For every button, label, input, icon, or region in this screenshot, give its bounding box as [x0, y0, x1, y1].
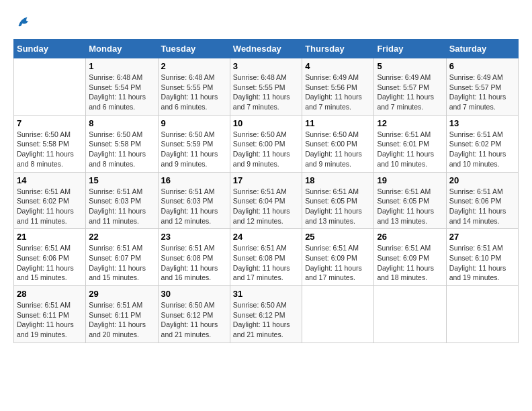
- calendar-cell: 24 Sunrise: 6:51 AM Sunset: 6:08 PM Dayl…: [230, 229, 302, 286]
- day-info: Sunrise: 6:51 AM Sunset: 6:09 PM Dayligh…: [377, 243, 443, 283]
- day-number: 6: [449, 61, 515, 71]
- calendar-cell: 16 Sunrise: 6:51 AM Sunset: 6:03 PM Dayl…: [158, 172, 230, 229]
- day-info: Sunrise: 6:51 AM Sunset: 6:07 PM Dayligh…: [89, 243, 154, 283]
- page-header: [13, 13, 519, 32]
- day-number: 25: [305, 232, 371, 242]
- day-info: Sunrise: 6:51 AM Sunset: 6:10 PM Dayligh…: [449, 243, 515, 283]
- logo-icon: [13, 13, 32, 32]
- day-number: 1: [89, 61, 154, 71]
- calendar-cell: 17 Sunrise: 6:51 AM Sunset: 6:04 PM Dayl…: [230, 172, 302, 229]
- day-number: 20: [449, 175, 515, 185]
- calendar-cell: [446, 286, 518, 343]
- day-info: Sunrise: 6:48 AM Sunset: 5:54 PM Dayligh…: [89, 73, 154, 112]
- day-info: Sunrise: 6:51 AM Sunset: 6:01 PM Dayligh…: [377, 130, 443, 169]
- day-number: 27: [449, 232, 515, 242]
- day-number: 10: [233, 118, 299, 128]
- day-number: 11: [305, 118, 371, 128]
- calendar-cell: 28 Sunrise: 6:51 AM Sunset: 6:11 PM Dayl…: [14, 286, 86, 343]
- calendar-cell: 10 Sunrise: 6:50 AM Sunset: 6:00 PM Dayl…: [230, 115, 302, 172]
- day-number: 21: [17, 232, 83, 242]
- day-info: Sunrise: 6:50 AM Sunset: 6:00 PM Dayligh…: [305, 130, 371, 169]
- day-number: 16: [161, 175, 227, 185]
- day-number: 8: [89, 118, 154, 128]
- calendar-cell: 18 Sunrise: 6:51 AM Sunset: 6:05 PM Dayl…: [302, 172, 374, 229]
- calendar-cell: [14, 58, 86, 116]
- day-number: 24: [233, 232, 299, 242]
- calendar-cell: 30 Sunrise: 6:50 AM Sunset: 6:12 PM Dayl…: [158, 286, 230, 343]
- calendar-week-row: 21 Sunrise: 6:51 AM Sunset: 6:06 PM Dayl…: [14, 229, 519, 286]
- calendar-cell: 23 Sunrise: 6:51 AM Sunset: 6:08 PM Dayl…: [158, 229, 230, 286]
- day-info: Sunrise: 6:49 AM Sunset: 5:57 PM Dayligh…: [449, 73, 515, 112]
- calendar-week-row: 1 Sunrise: 6:48 AM Sunset: 5:54 PM Dayli…: [14, 58, 519, 116]
- day-number: 3: [233, 61, 299, 71]
- day-info: Sunrise: 6:48 AM Sunset: 5:55 PM Dayligh…: [233, 73, 299, 112]
- weekday-header: Monday: [86, 40, 158, 58]
- day-number: 5: [377, 61, 443, 71]
- day-number: 23: [161, 232, 227, 242]
- day-info: Sunrise: 6:51 AM Sunset: 6:02 PM Dayligh…: [449, 130, 515, 169]
- day-info: Sunrise: 6:51 AM Sunset: 6:11 PM Dayligh…: [89, 300, 154, 340]
- day-info: Sunrise: 6:51 AM Sunset: 6:05 PM Dayligh…: [305, 187, 371, 226]
- day-number: 17: [233, 175, 299, 185]
- day-info: Sunrise: 6:50 AM Sunset: 6:12 PM Dayligh…: [161, 300, 227, 340]
- day-number: 22: [89, 232, 154, 242]
- calendar-cell: 26 Sunrise: 6:51 AM Sunset: 6:09 PM Dayl…: [374, 229, 446, 286]
- day-number: 26: [377, 232, 443, 242]
- weekday-header: Thursday: [302, 40, 374, 58]
- weekday-header: Saturday: [446, 40, 518, 58]
- day-info: Sunrise: 6:51 AM Sunset: 6:08 PM Dayligh…: [161, 243, 227, 283]
- day-info: Sunrise: 6:50 AM Sunset: 5:59 PM Dayligh…: [161, 130, 227, 169]
- calendar-cell: 7 Sunrise: 6:50 AM Sunset: 5:58 PM Dayli…: [14, 115, 86, 172]
- weekday-header: Friday: [374, 40, 446, 58]
- day-info: Sunrise: 6:51 AM Sunset: 6:03 PM Dayligh…: [161, 187, 227, 226]
- day-number: 15: [89, 175, 154, 185]
- calendar-cell: 22 Sunrise: 6:51 AM Sunset: 6:07 PM Dayl…: [86, 229, 158, 286]
- day-number: 30: [161, 289, 227, 299]
- calendar-cell: 8 Sunrise: 6:50 AM Sunset: 5:58 PM Dayli…: [86, 115, 158, 172]
- calendar-cell: 29 Sunrise: 6:51 AM Sunset: 6:11 PM Dayl…: [86, 286, 158, 343]
- calendar-week-row: 28 Sunrise: 6:51 AM Sunset: 6:11 PM Dayl…: [14, 286, 519, 343]
- calendar-cell: 19 Sunrise: 6:51 AM Sunset: 6:05 PM Dayl…: [374, 172, 446, 229]
- calendar-cell: 9 Sunrise: 6:50 AM Sunset: 5:59 PM Dayli…: [158, 115, 230, 172]
- day-info: Sunrise: 6:51 AM Sunset: 6:09 PM Dayligh…: [305, 243, 371, 283]
- day-info: Sunrise: 6:51 AM Sunset: 6:08 PM Dayligh…: [233, 243, 299, 283]
- calendar-cell: 25 Sunrise: 6:51 AM Sunset: 6:09 PM Dayl…: [302, 229, 374, 286]
- calendar-cell: 3 Sunrise: 6:48 AM Sunset: 5:55 PM Dayli…: [230, 58, 302, 116]
- day-info: Sunrise: 6:49 AM Sunset: 5:57 PM Dayligh…: [377, 73, 443, 112]
- weekday-header: Sunday: [14, 40, 86, 58]
- day-number: 19: [377, 175, 443, 185]
- weekday-header: Tuesday: [158, 40, 230, 58]
- day-number: 2: [161, 61, 227, 71]
- day-info: Sunrise: 6:51 AM Sunset: 6:05 PM Dayligh…: [377, 187, 443, 226]
- calendar-cell: 11 Sunrise: 6:50 AM Sunset: 6:00 PM Dayl…: [302, 115, 374, 172]
- day-info: Sunrise: 6:51 AM Sunset: 6:11 PM Dayligh…: [17, 300, 83, 340]
- day-number: 29: [89, 289, 154, 299]
- day-number: 13: [449, 118, 515, 128]
- calendar-cell: 21 Sunrise: 6:51 AM Sunset: 6:06 PM Dayl…: [14, 229, 86, 286]
- calendar-cell: 14 Sunrise: 6:51 AM Sunset: 6:02 PM Dayl…: [14, 172, 86, 229]
- day-info: Sunrise: 6:51 AM Sunset: 6:06 PM Dayligh…: [449, 187, 515, 226]
- day-number: 12: [377, 118, 443, 128]
- day-info: Sunrise: 6:50 AM Sunset: 5:58 PM Dayligh…: [89, 130, 154, 169]
- calendar-cell: 1 Sunrise: 6:48 AM Sunset: 5:54 PM Dayli…: [86, 58, 158, 116]
- calendar-cell: 20 Sunrise: 6:51 AM Sunset: 6:06 PM Dayl…: [446, 172, 518, 229]
- day-number: 9: [161, 118, 227, 128]
- calendar-cell: 4 Sunrise: 6:49 AM Sunset: 5:56 PM Dayli…: [302, 58, 374, 116]
- calendar-cell: 13 Sunrise: 6:51 AM Sunset: 6:02 PM Dayl…: [446, 115, 518, 172]
- day-number: 14: [17, 175, 83, 185]
- calendar-cell: [374, 286, 446, 343]
- day-info: Sunrise: 6:50 AM Sunset: 6:12 PM Dayligh…: [233, 300, 299, 340]
- day-info: Sunrise: 6:50 AM Sunset: 6:00 PM Dayligh…: [233, 130, 299, 169]
- calendar-week-row: 7 Sunrise: 6:50 AM Sunset: 5:58 PM Dayli…: [14, 115, 519, 172]
- calendar-table: SundayMondayTuesdayWednesdayThursdayFrid…: [13, 39, 519, 343]
- calendar-cell: 27 Sunrise: 6:51 AM Sunset: 6:10 PM Dayl…: [446, 229, 518, 286]
- day-info: Sunrise: 6:51 AM Sunset: 6:04 PM Dayligh…: [233, 187, 299, 226]
- day-number: 7: [17, 118, 83, 128]
- weekday-header: Wednesday: [230, 40, 302, 58]
- day-info: Sunrise: 6:51 AM Sunset: 6:03 PM Dayligh…: [89, 187, 154, 226]
- day-number: 31: [233, 289, 299, 299]
- day-info: Sunrise: 6:48 AM Sunset: 5:55 PM Dayligh…: [161, 73, 227, 112]
- calendar-cell: 31 Sunrise: 6:50 AM Sunset: 6:12 PM Dayl…: [230, 286, 302, 343]
- day-number: 18: [305, 175, 371, 185]
- calendar-cell: 5 Sunrise: 6:49 AM Sunset: 5:57 PM Dayli…: [374, 58, 446, 116]
